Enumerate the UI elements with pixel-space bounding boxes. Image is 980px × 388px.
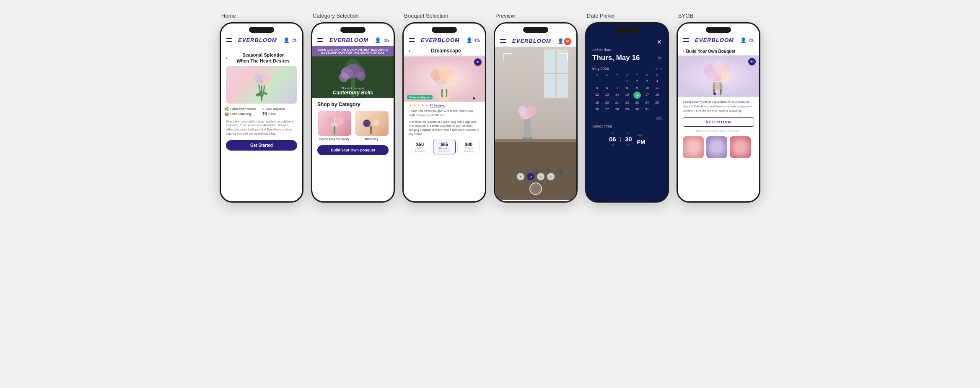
- hour-selected: 06: [609, 135, 616, 143]
- ar-preview-button[interactable]: 👁: [474, 58, 482, 66]
- preview-user-icon[interactable]: 👤: [557, 38, 564, 44]
- price-mini[interactable]: $50 Mini 12 stems: [409, 140, 431, 154]
- cat-user-icon[interactable]: 👤: [375, 37, 381, 43]
- dynamic-island-preview: [523, 27, 548, 33]
- bouquet-label: Bouquet Selection: [402, 13, 449, 19]
- byob-back-arrow[interactable]: ‹: [683, 49, 684, 54]
- calendar-day-16[interactable]: 16: [633, 91, 641, 99]
- min-prev: 00: [627, 131, 630, 135]
- selection-button[interactable]: SELECTION: [683, 117, 754, 127]
- calendar-day-21[interactable]: 21: [612, 99, 622, 106]
- preview-logo: EVERBLOOM: [512, 38, 551, 44]
- byob-content: ‹ Build Your Own Bouquet: [678, 46, 759, 201]
- calendar-day-11[interactable]: 11: [652, 85, 662, 91]
- bouq-cart-icon[interactable]: 🛍: [475, 37, 480, 43]
- calendar-day-6[interactable]: 6: [602, 85, 612, 91]
- flower-item-rose[interactable]: [683, 136, 704, 158]
- calendar-day-23[interactable]: 23: [632, 99, 642, 106]
- bouq-hamburger[interactable]: [409, 38, 415, 42]
- calendar-day-10[interactable]: 10: [642, 85, 652, 91]
- preview-hamburger[interactable]: [500, 39, 506, 43]
- date-title: Thurs, May 16: [592, 54, 640, 62]
- dynamic-island-cat: [340, 27, 366, 33]
- cat-nav-icons: 👤 🛍: [375, 37, 389, 43]
- edit-date-icon[interactable]: ✏: [658, 55, 662, 61]
- star-1: ★: [409, 104, 412, 107]
- flower-item-pink[interactable]: [730, 136, 751, 158]
- shop-by-category: Shop by Category: [312, 98, 394, 109]
- sameday-category[interactable]: Same Day Delivery: [317, 111, 351, 141]
- calendar-day-27[interactable]: 27: [602, 106, 612, 112]
- preview-wrapper: Preview: [494, 13, 578, 203]
- calendar-day-5[interactable]: 5: [592, 85, 602, 91]
- category-grid: Same Day Delivery: [312, 109, 394, 143]
- calendar-day-12[interactable]: 12: [592, 91, 602, 99]
- hour-prev: 05: [611, 131, 614, 135]
- price-grand[interactable]: $80 Grand 36 stems: [457, 140, 480, 154]
- cart-icon[interactable]: 🛍: [292, 37, 297, 43]
- hamburger-menu[interactable]: [226, 38, 232, 42]
- calendar-day-15[interactable]: 15: [622, 91, 632, 99]
- byob-ar-button[interactable]: 👁: [748, 58, 756, 65]
- calendar-day-31[interactable]: 31: [642, 106, 652, 112]
- get-started-button[interactable]: Get Started: [226, 140, 297, 151]
- review-link[interactable]: 87 Reviews: [430, 104, 445, 107]
- calendar-day-29[interactable]: 29: [622, 106, 632, 112]
- prev-month-button[interactable]: ‹: [656, 66, 657, 71]
- calendar-day-19[interactable]: 19: [592, 99, 602, 106]
- cat-cart-icon[interactable]: 🛍: [384, 37, 389, 43]
- price-grand-stems: 36 stems: [459, 150, 478, 152]
- calendar-day-17[interactable]: 17: [642, 91, 652, 99]
- datepicker-close-button[interactable]: ✕: [657, 39, 662, 45]
- calendar-day-4[interactable]: 4: [652, 78, 662, 84]
- min-col: 00 30 00: [625, 131, 632, 147]
- ok-button[interactable]: OK: [656, 116, 662, 120]
- calendar-day-14[interactable]: 14: [612, 91, 622, 99]
- ampm-col: AM PM: [637, 133, 646, 145]
- day-header-s1: S: [592, 74, 602, 77]
- calendar-day-24[interactable]: 24: [642, 99, 652, 106]
- byob-user-icon[interactable]: 👤: [740, 37, 747, 43]
- svg-point-32: [438, 68, 450, 80]
- calendar-day-1[interactable]: 1: [622, 78, 632, 84]
- next-month-button[interactable]: ›: [660, 66, 662, 71]
- calendar-day-8[interactable]: 8: [622, 85, 632, 91]
- calendar-day-30[interactable]: 30: [632, 106, 642, 112]
- calendar-day-9[interactable]: 9: [632, 85, 642, 91]
- price-mini-size: Mini: [411, 147, 429, 150]
- calendar-day-13[interactable]: 13: [602, 91, 612, 99]
- calendar-day-3[interactable]: 3: [642, 78, 652, 84]
- calendar-day-25[interactable]: 25: [652, 99, 662, 106]
- calendar-day-28[interactable]: 28: [612, 106, 622, 112]
- byob-nav-icons: 👤 🛍: [740, 37, 754, 43]
- home-flower-image: [226, 66, 297, 104]
- svg-point-55: [706, 72, 716, 82]
- calendar-day-22[interactable]: 22: [622, 99, 632, 106]
- byob-button[interactable]: Build Your Own Bouquet: [317, 145, 389, 155]
- birthday-category[interactable]: Birthday: [355, 111, 389, 141]
- user-icon[interactable]: 👤: [283, 37, 290, 43]
- svg-point-15: [339, 72, 349, 82]
- preview-capture-button[interactable]: [529, 182, 542, 195]
- ampm-pm: PM: [637, 139, 646, 145]
- back-arrow[interactable]: ‹: [226, 56, 227, 60]
- calendar-day-26[interactable]: 26: [592, 106, 602, 112]
- time-colon: :: [620, 135, 622, 143]
- byob-hamburger[interactable]: [683, 38, 689, 42]
- calendar-day-2[interactable]: 2: [632, 78, 642, 84]
- hour-next: 07: [611, 143, 614, 147]
- preview-close-button[interactable]: ✕: [564, 38, 571, 45]
- calendar-day-18[interactable]: 18: [652, 91, 662, 99]
- cat-hamburger[interactable]: [317, 38, 323, 42]
- byob-label: BYOB: [677, 13, 693, 19]
- bouquet-desc1: Peach and cream bouquet with roses, ranu…: [404, 108, 485, 118]
- price-regular[interactable]: $65 Regular 24 stems: [433, 140, 456, 154]
- calendar-day-7[interactable]: 7: [612, 85, 622, 91]
- bouquet-title: Dreamscape: [412, 48, 480, 54]
- bouq-user-icon[interactable]: 👤: [466, 37, 472, 43]
- byob-cart-icon[interactable]: 🛍: [749, 37, 754, 43]
- calendar-day-20[interactable]: 20: [602, 99, 612, 106]
- stems-label: All selections are priced per stem...: [678, 128, 759, 134]
- flower-item-lavender[interactable]: [706, 136, 727, 158]
- bouq-back-arrow[interactable]: ‹: [409, 48, 410, 54]
